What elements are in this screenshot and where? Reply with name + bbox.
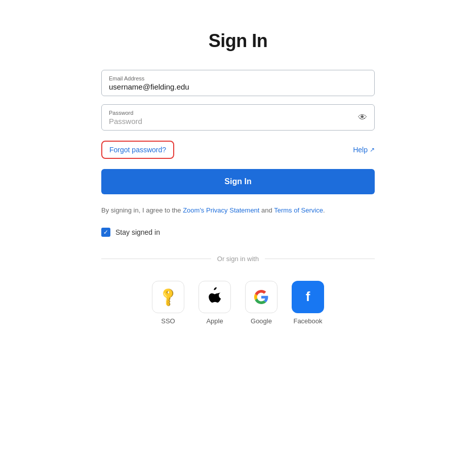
external-link-icon: ↗ xyxy=(370,146,375,153)
privacy-link[interactable]: Zoom's Privacy Statement xyxy=(183,206,259,214)
key-icon: 🔑 xyxy=(157,285,180,308)
facebook-label: Facebook xyxy=(293,317,322,325)
facebook-item: f Facebook xyxy=(292,281,324,325)
apple-button[interactable] xyxy=(199,281,231,313)
facebook-button[interactable]: f xyxy=(292,281,324,313)
forgot-help-row: Forgot password? Help ↗ xyxy=(101,141,375,159)
stay-signed-row: ✓ Stay signed in xyxy=(101,228,160,237)
page-title: Sign In xyxy=(209,30,268,52)
email-input-wrapper: Email Address xyxy=(101,70,375,96)
apple-icon xyxy=(208,287,221,306)
facebook-icon: f xyxy=(306,289,310,305)
toggle-password-icon[interactable]: 👁 xyxy=(358,112,367,123)
password-input-wrapper: Password 👁 xyxy=(101,104,375,131)
apple-label: Apple xyxy=(206,317,223,325)
divider-text: Or sign in with xyxy=(217,255,259,263)
social-buttons-row: 🔑 SSO Apple xyxy=(101,281,375,325)
email-label: Email Address xyxy=(109,75,367,81)
help-label: Help xyxy=(353,146,368,154)
sso-label: SSO xyxy=(161,317,175,325)
google-button[interactable] xyxy=(245,281,277,313)
google-icon xyxy=(254,290,268,304)
terms-of-service-link[interactable]: Terms of Service xyxy=(274,206,323,214)
sign-in-button[interactable]: Sign In xyxy=(101,169,375,194)
sso-button[interactable]: 🔑 xyxy=(152,281,184,313)
sign-in-form: Email Address Password 👁 Forgot password… xyxy=(101,70,375,325)
divider-line-left xyxy=(101,259,211,259)
stay-signed-label: Stay signed in xyxy=(115,228,160,236)
password-input[interactable] xyxy=(109,117,367,125)
password-label: Password xyxy=(109,110,367,116)
sign-in-container: Sign In Email Address Password 👁 Forgot … xyxy=(101,30,375,325)
google-item: Google xyxy=(245,281,277,325)
checkmark-icon: ✓ xyxy=(103,229,108,235)
sso-item: 🔑 SSO xyxy=(152,281,184,325)
divider-row: Or sign in with xyxy=(101,255,375,263)
apple-item: Apple xyxy=(199,281,231,325)
terms-text: By signing in, I agree to the Zoom's Pri… xyxy=(101,205,375,216)
help-link[interactable]: Help ↗ xyxy=(353,146,375,154)
email-input[interactable] xyxy=(109,82,367,91)
google-label: Google xyxy=(251,317,272,325)
divider-line-right xyxy=(265,259,375,259)
stay-signed-checkbox[interactable]: ✓ xyxy=(101,228,110,237)
forgot-password-button[interactable]: Forgot password? xyxy=(101,141,174,159)
